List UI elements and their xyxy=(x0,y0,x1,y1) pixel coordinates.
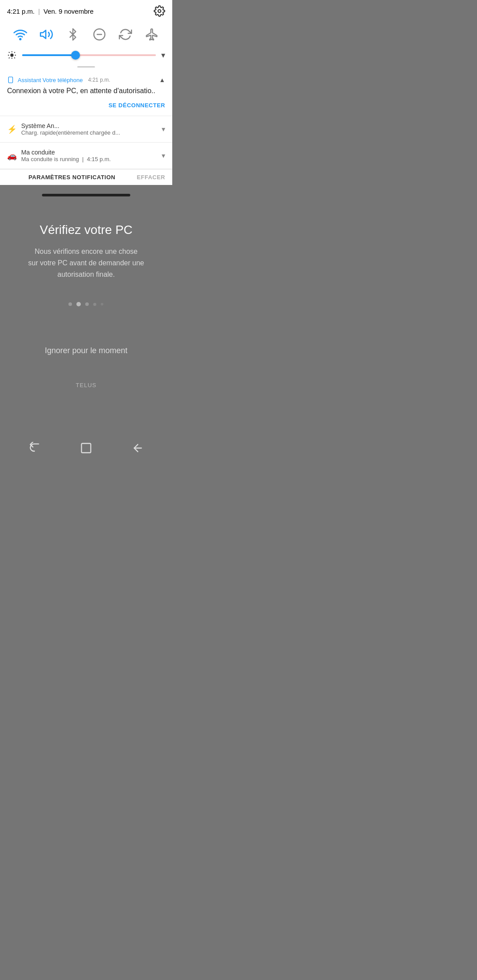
system-notif-title: Système An... xyxy=(21,122,157,129)
phone-assistant-icon xyxy=(7,76,14,83)
notification-panel: Assistant Votre téléphone 4:21 p.m. ▲ Co… xyxy=(0,71,172,185)
notification-item-system: ⚡ Système An... Charg. rapide(entièremen… xyxy=(0,116,172,143)
status-divider: | xyxy=(38,8,40,15)
lightning-icon: ⚡ xyxy=(7,124,17,134)
home-button[interactable] xyxy=(75,439,97,457)
app-screen: Vérifiez votre PC Nous vérifions encore … xyxy=(0,185,172,432)
notification-item-assistant: Assistant Votre téléphone 4:21 p.m. ▲ Co… xyxy=(0,71,172,116)
recent-apps-button[interactable] xyxy=(23,439,45,457)
progress-bar xyxy=(42,194,130,196)
system-notif-desc: Charg. rapide(entièrement chargée d... xyxy=(21,129,157,136)
status-bar: 4:21 p.m. | Ven. 9 novembre xyxy=(0,0,172,20)
svg-point-1 xyxy=(19,38,21,40)
dot-3 xyxy=(85,302,89,306)
notification-collapse-icon[interactable]: ▲ xyxy=(159,76,165,83)
status-time: 4:21 p.m. xyxy=(7,8,35,15)
notification-time: 4:21 p.m. xyxy=(88,77,110,83)
notification-item-driving: 🚗 Ma conduite Ma conduite is running | 4… xyxy=(0,143,172,169)
sync-icon[interactable] xyxy=(116,25,135,44)
system-notif-expand-icon[interactable]: ▾ xyxy=(162,125,165,133)
drag-handle-bar xyxy=(77,66,95,68)
settings-icon[interactable] xyxy=(154,5,165,17)
notification-bottom-bar: PARAMÈTRES NOTIFICATION EFFACER xyxy=(0,169,172,185)
status-time-date: 4:21 p.m. | Ven. 9 novembre xyxy=(7,8,94,15)
app-title: Vérifiez votre PC xyxy=(40,223,132,237)
svg-rect-7 xyxy=(81,444,91,453)
brightness-thumb[interactable] xyxy=(71,51,80,60)
driving-notif-desc: Ma conduite is running | 4:15 p.m. xyxy=(21,156,157,162)
notification-content-system: Système An... Charg. rapide(entièrement … xyxy=(21,122,157,136)
svg-point-0 xyxy=(158,10,161,13)
svg-rect-5 xyxy=(8,77,12,83)
notification-body: Connexion à votre PC, en attente d'autor… xyxy=(7,86,165,96)
status-date: Ven. 9 novembre xyxy=(43,8,93,15)
driving-notif-title: Ma conduite xyxy=(21,149,157,156)
app-subtitle: Nous vérifions encore une chosesur votre… xyxy=(28,246,144,280)
notification-header-assistant: Assistant Votre téléphone 4:21 p.m. ▲ xyxy=(7,76,165,83)
wifi-icon[interactable] xyxy=(11,25,30,44)
svg-marker-2 xyxy=(41,30,46,39)
loading-dots xyxy=(68,298,104,311)
notification-app-name: Assistant Votre téléphone xyxy=(18,77,83,83)
dot-2 xyxy=(76,302,81,306)
notification-settings-button[interactable]: PARAMÈTRES NOTIFICATION xyxy=(7,174,137,181)
brightness-collapse-icon[interactable]: ▾ xyxy=(161,50,165,60)
dot-4 xyxy=(93,303,96,306)
bluetooth-icon[interactable] xyxy=(63,25,83,44)
ignore-link[interactable]: Ignorer pour le moment xyxy=(45,346,127,355)
dot-5 xyxy=(101,303,103,305)
driving-notif-expand-icon[interactable]: ▾ xyxy=(162,151,165,160)
airplane-icon[interactable] xyxy=(142,25,162,44)
notification-action-row: SE DÉCONNECTER xyxy=(7,100,165,110)
dot-1 xyxy=(68,302,72,306)
back-button[interactable] xyxy=(127,439,149,457)
car-icon: 🚗 xyxy=(7,151,17,161)
drag-handle xyxy=(0,64,172,71)
notification-content-driving: Ma conduite Ma conduite is running | 4:1… xyxy=(21,149,157,162)
carrier-label: TELUS xyxy=(76,382,97,388)
quick-settings-row xyxy=(0,20,172,49)
brightness-row: ▾ xyxy=(0,49,172,64)
disconnect-button[interactable]: SE DÉCONNECTER xyxy=(109,100,165,110)
dnd-icon[interactable] xyxy=(90,25,109,44)
volume-icon[interactable] xyxy=(37,25,56,44)
notification-clear-button[interactable]: EFFACER xyxy=(137,174,165,181)
brightness-slider[interactable] xyxy=(22,54,156,56)
bottom-nav-bar xyxy=(0,432,172,464)
brightness-icon xyxy=(7,50,17,60)
